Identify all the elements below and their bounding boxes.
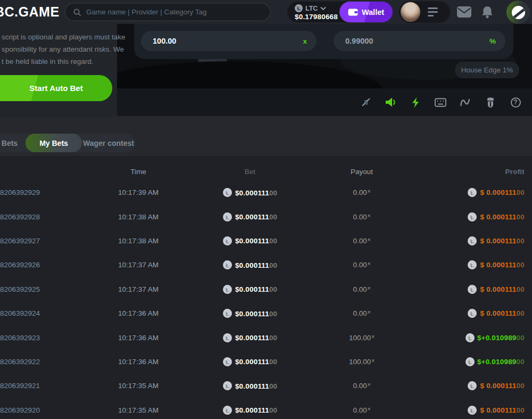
bet-inputs-panel: x % [134,24,513,59]
bets-table-body: 8206392929 10:17:39 AM Ł $0.00011100 0.0… [0,176,532,419]
ltc-coin-icon: Ł [467,381,477,391]
search-bar[interactable] [64,3,271,21]
times-symbol: × [371,334,375,340]
trends-button[interactable] [460,96,471,108]
wallet-icon [348,8,358,16]
bet-list-icon[interactable] [428,7,438,17]
bet-profit: Ł $+0.01098900 [420,357,525,366]
bet-time: 10:17:35 AM [80,382,197,390]
header-profit: Profit [420,168,525,176]
bet-time: 10:17:38 AM [80,213,197,221]
bet-profit: Ł $+0.01098900 [420,333,525,342]
payout-multiplier-field[interactable]: x [141,31,317,51]
ltc-coin-icon: Ł [467,211,477,221]
user-menu[interactable] [399,1,450,23]
lightning-icon [411,97,420,108]
ltc-coin-icon: Ł [222,236,232,246]
hotkeys-button[interactable] [435,96,446,108]
sound-button[interactable] [385,96,396,108]
percent-suffix: % [489,37,496,45]
win-chance-field[interactable]: % [334,31,505,51]
times-symbol: × [368,309,371,315]
turbo-button[interactable] [410,96,421,108]
bet-amount: Ł $0.00011100 [197,236,303,245]
bet-id: 8206392921 [0,382,80,390]
table-row[interactable]: 8206392926 10:17:37 AM Ł $0.00011100 0.0… [0,253,532,277]
table-row[interactable]: 8206392929 10:17:39 AM Ł $0.00011100 0.0… [0,180,532,204]
balance-display[interactable]: Ł LTC $0.17980668 Wallet [287,2,393,22]
bet-payout: 0.00× [303,261,420,269]
bet-id: 8206392923 [0,334,80,342]
acorn-icon [486,97,495,108]
bet-profit: Ł $0.00011100 [420,236,525,245]
chat-icon [512,6,525,19]
bet-amount: Ł $0.00011100 [197,284,303,294]
bet-time: 10:17:37 AM [80,261,197,269]
table-row[interactable]: 8206392924 10:17:36 AM Ł $0.00011100 0.0… [0,301,532,325]
chat-button[interactable] [506,1,530,24]
notifications-button[interactable] [479,0,495,24]
bet-payout: 0.00× [303,382,420,390]
table-row[interactable]: 8206392920 10:17:35 AM Ł $0.00011100 0.0… [0,398,532,419]
mail-button[interactable] [456,0,472,24]
bet-payout: 0.00× [303,406,420,414]
table-row[interactable]: 8206392927 10:17:38 AM Ł $0.00011100 0.0… [0,229,532,253]
bet-payout: 0.00× [303,213,420,221]
bet-profit: Ł $0.00011100 [420,381,525,390]
start-auto-bet-button[interactable]: Start Auto Bet [0,75,112,101]
bet-time: 10:17:36 AM [80,358,197,366]
tab-wager-contest[interactable]: Wager contest [82,134,135,152]
wallet-button-label: Wallet [362,8,384,17]
table-row[interactable]: 8206392921 10:17:35 AM Ł $0.00011100 0.0… [0,374,532,398]
bet-time: 10:17:36 AM [80,334,197,342]
wallet-button[interactable]: Wallet [339,2,393,22]
bet-profit: Ł $0.00011100 [420,309,525,318]
bet-profit: Ł $0.00011100 [420,212,525,221]
table-row[interactable]: 8206392925 10:17:37 AM Ł $0.00011100 0.0… [0,277,532,301]
bet-time: 10:17:39 AM [80,188,197,196]
bet-amount: Ł $0.00011100 [197,333,303,342]
ltc-coin-icon: Ł [222,381,232,391]
search-icon [73,8,81,17]
table-header-row: Time Bet Payout Profit [0,156,532,176]
bets-tabs: Bets My Bets Wager contest [0,134,135,152]
keyboard-icon [435,98,446,107]
game-canvas: x % House Edge 1% ♫ [117,24,532,116]
my-bets-table: Time Bet Payout Profit 8206392929 10:17:… [0,156,532,419]
bet-time: 10:17:35 AM [80,406,197,414]
bet-amount: Ł $0.00011100 [197,260,303,270]
brand-logo[interactable]: BC.GAME [0,4,60,20]
search-input[interactable] [86,8,262,16]
bet-time: 10:17:37 AM [80,285,197,293]
header-time: Time [80,168,197,176]
ltc-coin-icon: Ł [465,332,475,342]
table-row[interactable]: 8206392928 10:17:38 AM Ł $0.00011100 0.0… [0,204,532,228]
times-symbol: × [368,237,371,243]
auto-bet-disclaimer: script is optional and players must take… [2,31,116,68]
house-edge-badge: House Edge 1% [455,62,519,78]
avatar[interactable] [401,2,420,22]
table-row[interactable]: 8206392922 10:17:36 AM Ł $0.00011100 100… [0,350,532,374]
ltc-coin-icon: Ł [222,357,232,367]
tab-my-bets[interactable]: My Bets [26,134,82,152]
ltc-coin-icon: Ł [465,357,475,367]
currency-code: LTC [305,5,318,12]
bet-profit: Ł $0.00011100 [420,285,525,294]
bet-amount: Ł $0.00011100 [197,405,303,415]
ltc-coin-icon: Ł [467,308,477,318]
bet-payout: 0.00× [303,309,420,317]
table-row[interactable]: 8206392923 10:17:36 AM Ł $0.00011100 100… [0,325,532,349]
ltc-coin-icon: Ł [222,260,232,270]
tab-bets[interactable]: Bets [0,134,26,152]
currency-selector[interactable]: Ł LTC [295,4,326,12]
music-off-button[interactable]: ♫ [360,96,371,108]
verify-button[interactable] [485,96,496,108]
win-chance-input[interactable] [345,37,489,45]
payout-multiplier-input[interactable] [153,37,303,45]
times-symbol: × [368,213,371,219]
game-section: script is optional and players must take… [0,24,532,116]
times-symbol: × [368,406,371,412]
help-button[interactable]: ? [510,96,521,108]
ltc-coin-icon: Ł [467,236,477,246]
bet-amount: Ł $0.00011100 [197,357,303,366]
